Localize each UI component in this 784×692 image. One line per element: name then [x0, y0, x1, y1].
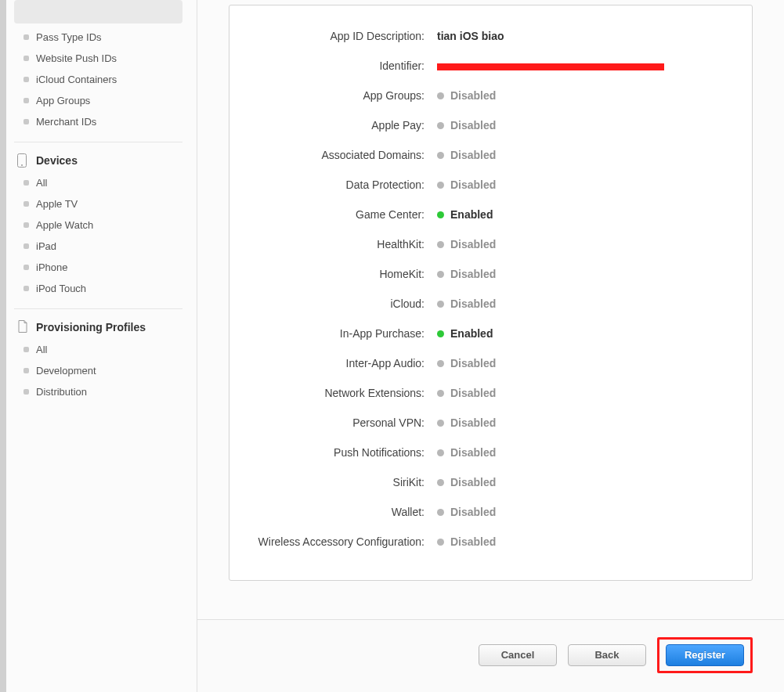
sidebar-identifiers-list: Pass Type IDs Website Push IDs iCloud Co… [14, 27, 182, 132]
sidebar-devices-list: All Apple TV Apple Watch iPad iPhone iPo… [14, 172, 182, 299]
label-app-id-description: App ID Description: [245, 30, 429, 42]
service-status-text: Disabled [450, 357, 496, 369]
status-dot-disabled-icon [437, 449, 444, 456]
register-button[interactable]: Register [666, 644, 744, 666]
sidebar: Pass Type IDs Website Push IDs iCloud Co… [6, 0, 197, 692]
svg-point-1 [21, 164, 23, 166]
service-label: In-App Purchase: [245, 327, 429, 340]
status-dot-disabled-icon [437, 420, 444, 427]
device-icon [17, 153, 28, 168]
sidebar-item-profiles-distribution[interactable]: Distribution [14, 381, 182, 402]
service-status: Disabled [429, 387, 496, 399]
status-dot-disabled-icon [437, 271, 444, 278]
sidebar-item-app-groups[interactable]: App Groups [14, 90, 182, 111]
back-button[interactable]: Back [568, 644, 646, 666]
window-left-border [0, 0, 6, 692]
sidebar-item-website-push-ids[interactable]: Website Push IDs [14, 48, 182, 69]
identifier-redacted [437, 63, 664, 70]
service-status: Disabled [429, 238, 496, 250]
sidebar-item-devices-all[interactable]: All [14, 172, 182, 193]
service-status-text: Disabled [450, 178, 496, 191]
sidebar-item-pass-type-ids[interactable]: Pass Type IDs [14, 27, 182, 48]
service-label: Inter-App Audio: [245, 357, 429, 369]
sidebar-item-devices-ipodtouch[interactable]: iPod Touch [14, 278, 182, 299]
service-status: Disabled [429, 535, 496, 548]
service-status-text: Disabled [450, 268, 496, 280]
service-status-text: Disabled [450, 476, 496, 488]
sidebar-item-profiles-all[interactable]: All [14, 339, 182, 360]
service-label: App Groups: [245, 89, 429, 102]
service-label: Wireless Accessory Configuration: [245, 535, 429, 548]
service-status: Disabled [429, 446, 496, 459]
sidebar-profiles-list: All Development Distribution [14, 339, 182, 402]
status-dot-disabled-icon [437, 122, 444, 129]
sidebar-section-profiles[interactable]: Provisioning Profiles [14, 319, 182, 339]
service-status-text: Enabled [450, 327, 493, 340]
sidebar-item-devices-applewatch[interactable]: Apple Watch [14, 214, 182, 236]
service-label: HomeKit: [245, 268, 429, 280]
sidebar-item-devices-iphone[interactable]: iPhone [14, 257, 182, 278]
value-identifier [429, 62, 664, 70]
service-status: Disabled [429, 268, 496, 280]
service-label: Personal VPN: [245, 416, 429, 429]
service-status-text: Disabled [450, 238, 496, 250]
status-dot-disabled-icon [437, 92, 444, 99]
service-label: HealthKit: [245, 238, 429, 250]
service-label: iCloud: [245, 297, 429, 310]
service-status: Enabled [429, 208, 493, 221]
sidebar-section-profiles-label: Provisioning Profiles [36, 321, 146, 333]
status-dot-disabled-icon [437, 301, 444, 308]
service-status: Disabled [429, 416, 496, 429]
service-label: Associated Domains: [245, 149, 429, 161]
service-label: Game Center: [245, 208, 429, 221]
value-app-id-description: tian iOS biao [429, 30, 504, 42]
service-status: Disabled [429, 89, 496, 102]
service-status: Disabled [429, 149, 496, 161]
main-content: App ID Description: tian iOS biao Identi… [197, 0, 784, 692]
service-status: Disabled [429, 476, 496, 488]
service-status: Disabled [429, 357, 496, 369]
status-dot-disabled-icon [437, 479, 444, 486]
service-status: Disabled [429, 297, 496, 310]
service-status-text: Disabled [450, 416, 496, 429]
status-dot-disabled-icon [437, 241, 444, 248]
sidebar-item-icloud-containers[interactable]: iCloud Containers [14, 69, 182, 90]
status-dot-disabled-icon [437, 390, 444, 397]
status-dot-disabled-icon [437, 360, 444, 367]
sidebar-item-merchant-ids[interactable]: Merchant IDs [14, 111, 182, 132]
service-status-text: Disabled [450, 297, 496, 310]
service-status-text: Disabled [450, 387, 496, 399]
service-status-text: Disabled [450, 119, 496, 132]
sidebar-item-devices-appletv[interactable]: Apple TV [14, 193, 182, 214]
service-label: Data Protection: [245, 178, 429, 191]
sidebar-item-profiles-development[interactable]: Development [14, 360, 182, 381]
service-status: Disabled [429, 506, 496, 518]
service-status: Disabled [429, 178, 496, 191]
sidebar-item-devices-ipad[interactable]: iPad [14, 236, 182, 257]
service-label: Network Extensions: [245, 387, 429, 399]
service-status-text: Disabled [450, 535, 496, 548]
service-label: Push Notifications: [245, 446, 429, 459]
service-label: Wallet: [245, 506, 429, 518]
status-dot-enabled-icon [437, 330, 444, 337]
status-dot-disabled-icon [437, 182, 444, 189]
service-status-text: Disabled [450, 89, 496, 102]
service-status: Enabled [429, 327, 493, 340]
status-dot-disabled-icon [437, 509, 444, 516]
footer-buttons: Cancel Back Register [197, 619, 784, 692]
service-status-text: Disabled [450, 149, 496, 161]
register-highlight-box: Register [657, 637, 753, 673]
label-identifier: Identifier: [245, 59, 429, 72]
service-status: Disabled [429, 119, 496, 132]
cancel-button[interactable]: Cancel [479, 644, 557, 666]
service-label: SiriKit: [245, 476, 429, 488]
sidebar-section-devices[interactable]: Devices [14, 152, 182, 172]
service-status-text: Disabled [450, 446, 496, 459]
status-dot-enabled-icon [437, 211, 444, 218]
service-status-text: Disabled [450, 506, 496, 518]
service-label: Apple Pay: [245, 119, 429, 132]
status-dot-disabled-icon [437, 539, 444, 546]
sidebar-selected-item[interactable] [14, 0, 182, 23]
status-dot-disabled-icon [437, 152, 444, 159]
app-id-summary-panel: App ID Description: tian iOS biao Identi… [229, 5, 753, 581]
